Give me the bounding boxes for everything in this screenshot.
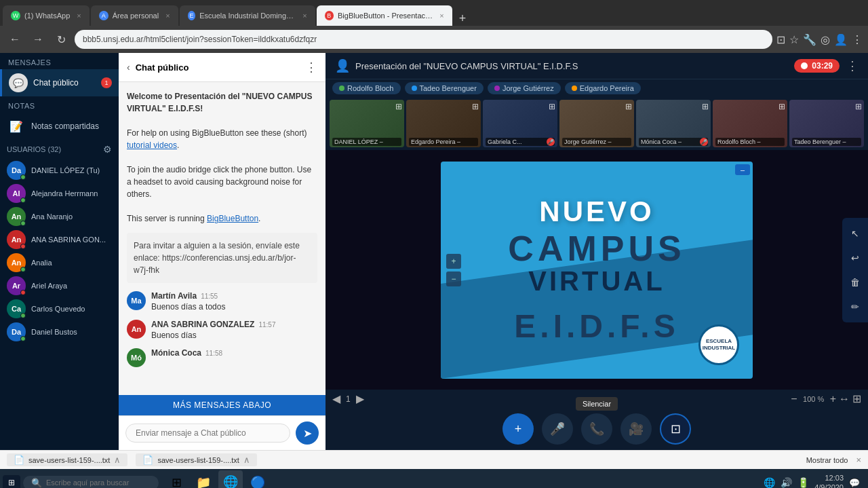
video-thumb-edgardo[interactable]: ⊞ Edgardo Pereira – (406, 100, 481, 147)
taskbar-search-input[interactable] (46, 478, 141, 487)
more-messages-bar[interactable]: MÁS MENSAJES ABAJO (119, 395, 326, 415)
battery-icon: 🔋 (797, 477, 809, 488)
tab-bbb[interactable]: B BigBlueButton - Presentació... × (317, 5, 452, 26)
avatar-ana: An (7, 207, 26, 226)
download-close-1[interactable]: ∧ (114, 455, 121, 465)
user-item-ariel[interactable]: Ar Ariel Araya (0, 274, 119, 297)
thumb-label-daniel: DANIEL LÓPEZ – (332, 138, 401, 146)
refresh-button[interactable]: ↻ (52, 30, 71, 49)
mic-button[interactable]: 🎤 (542, 413, 573, 445)
tab-close-whatsapp[interactable]: × (77, 12, 81, 20)
expand-icon-daniel[interactable]: ⊞ (395, 102, 402, 111)
chip-name-tadeo: Tadeo Berenguer (420, 84, 477, 92)
tab-whatsapp[interactable]: W (1) WhatsApp × (3, 5, 90, 26)
show-all-button[interactable]: Mostrar todo (806, 456, 848, 464)
chat-more-button[interactable]: ⋮ (305, 60, 317, 75)
chat-back-button[interactable]: ‹ (127, 62, 130, 73)
menu-icon[interactable]: ⋮ (852, 33, 863, 46)
tab-escuela[interactable]: E Escuela Industrial Domingo Faus... × (180, 5, 315, 26)
video-thumb-tadeo[interactable]: ⊞ Tadeo Berenguer – (789, 100, 864, 147)
expand-icon-monica[interactable]: ⊞ (702, 102, 709, 111)
chip-name-jorge: Jorge Gutiérrez (502, 84, 554, 92)
slide-page-info: 1 (346, 394, 351, 404)
conference-more-button[interactable]: ⋮ (846, 58, 859, 73)
phone-button[interactable]: 📞 (581, 413, 612, 445)
tab-close-bbb[interactable]: × (439, 12, 443, 20)
conference-header: 👤 Presentación del "NUEVO CAMPUS VIRTUAL… (326, 53, 868, 79)
taskbar-app-taskview[interactable]: ⊞ (164, 470, 189, 488)
chat-input[interactable] (125, 424, 290, 443)
chat-public-item[interactable]: 💬 Chat público 1 (0, 69, 119, 96)
annotation-tool[interactable]: ✏ (845, 297, 865, 317)
thumb-label-gabriela: Gabriela C... (486, 138, 555, 146)
notifications-icon[interactable]: 💬 (849, 478, 860, 488)
zoom-out-tool[interactable]: − (446, 271, 461, 286)
back-button[interactable]: ← (5, 30, 24, 49)
zoom-out-button[interactable]: − (791, 393, 797, 405)
expand-icon-rodolfo[interactable]: ⊞ (778, 102, 785, 111)
download-close-2[interactable]: ∧ (243, 455, 250, 465)
prev-slide-button[interactable]: ◀ (332, 392, 340, 405)
zoom-in-button[interactable]: + (830, 393, 836, 405)
nav-icons: ⊡ ☆ 🔧 ◎ 👤 ⋮ (776, 33, 863, 46)
bigbluebutton-link[interactable]: BigBlueButton (207, 214, 258, 223)
next-slide-button[interactable]: ▶ (356, 392, 364, 405)
user-item-daniel[interactable]: Da DANIEL LÓPEZ (Tu) (0, 159, 119, 182)
video-thumb-jorge[interactable]: ⊞ Jorge Gutiérrez – (559, 100, 634, 147)
avatar-martin: Ma (127, 291, 146, 310)
chip-dot-tadeo (412, 86, 417, 91)
send-button[interactable]: ➤ (296, 421, 319, 445)
user-item-alejandra[interactable]: Al Alejandra Herrmann (0, 182, 119, 205)
fullscreen-button[interactable]: ⊞ (852, 392, 861, 405)
nav-bar: ← → ↻ bbb5.unsj.edu.ar/html5client/join?… (0, 26, 868, 53)
start-button[interactable]: ⊞ (3, 475, 20, 488)
chip-rodolfo: Rodolfo Bloch (332, 82, 401, 94)
add-button[interactable]: + (502, 413, 534, 445)
url-bar[interactable]: bbb5.unsj.edu.ar/html5client/join?sessio… (75, 30, 772, 49)
video-thumb-gabriela[interactable]: ⊞ Gabriela C... 🎤 (483, 100, 557, 147)
fit-width-button[interactable]: ↔ (839, 393, 850, 405)
notes-item[interactable]: 📝 Notas compartidas (0, 113, 119, 140)
video-thumb-monica[interactable]: ⊞ Mónica Coca – 🎤 (636, 100, 711, 147)
notes-label: Notas compartidas (31, 121, 99, 131)
tab-close-area[interactable]: × (165, 12, 170, 20)
taskbar-app-chrome[interactable]: 🌐 (218, 470, 243, 488)
bookmark-icon[interactable]: ☆ (789, 33, 799, 46)
user-item-analia[interactable]: An Analia (0, 251, 119, 274)
video-thumb-daniel[interactable]: ⊞ DANIEL LÓPEZ – (330, 100, 404, 147)
extension-icon[interactable]: 🔧 (803, 33, 816, 46)
opera-icon[interactable]: ◎ (821, 33, 830, 46)
user-item-ana[interactable]: An Ana Naranjo (0, 205, 119, 228)
forward-button[interactable]: → (28, 30, 47, 49)
clock-time: 12:03 (814, 473, 844, 483)
search-icon: 🔍 (31, 478, 42, 488)
pointer-tool[interactable]: ↖ (845, 223, 865, 244)
taskbar-app-explorer[interactable]: 📁 (191, 470, 216, 488)
undo-tool[interactable]: ↩ (845, 248, 865, 268)
tutorial-link[interactable]: tutorial videos (127, 140, 177, 150)
user-item-daniel-b[interactable]: Da Daniel Bustos (0, 320, 119, 343)
user-name-daniel: DANIEL LÓPEZ (Tu) (31, 166, 100, 174)
expand-icon-edgardo[interactable]: ⊞ (472, 102, 479, 111)
expand-icon-jorge[interactable]: ⊞ (625, 102, 632, 111)
expand-icon-tadeo[interactable]: ⊞ (855, 102, 862, 111)
zoom-in-tool[interactable]: + (446, 254, 461, 269)
screen-share-button[interactable]: ⊡ (660, 413, 691, 445)
profile-icon[interactable]: 👤 (834, 33, 848, 46)
users-settings-icon[interactable]: ⚙ (103, 144, 112, 155)
tab-close-escuela[interactable]: × (302, 12, 307, 20)
user-item-ana-sabrina[interactable]: An ANA SABRINA GON... (0, 228, 119, 251)
trash-tool[interactable]: 🗑 (845, 272, 865, 293)
close-downloads-button[interactable]: × (856, 455, 861, 465)
user-item-carlos[interactable]: Ca Carlos Quevedo (0, 297, 119, 320)
new-tab-button[interactable]: + (454, 12, 472, 26)
camera-button[interactable]: 🎥 (620, 413, 652, 445)
taskbar-search[interactable]: 🔍 (23, 476, 159, 489)
video-thumb-rodolfo[interactable]: ⊞ Rodolfo Bloch – (713, 100, 787, 147)
expand-icon-gabriela[interactable]: ⊞ (549, 102, 555, 111)
minimize-button[interactable]: – (735, 164, 750, 175)
taskbar-app-other[interactable]: 🔵 (245, 470, 270, 488)
chip-edgardo: Edgardo Pereira (565, 82, 641, 94)
tab-area-personal[interactable]: A Área personal × (91, 5, 178, 26)
cast-icon[interactable]: ⊡ (776, 33, 785, 46)
